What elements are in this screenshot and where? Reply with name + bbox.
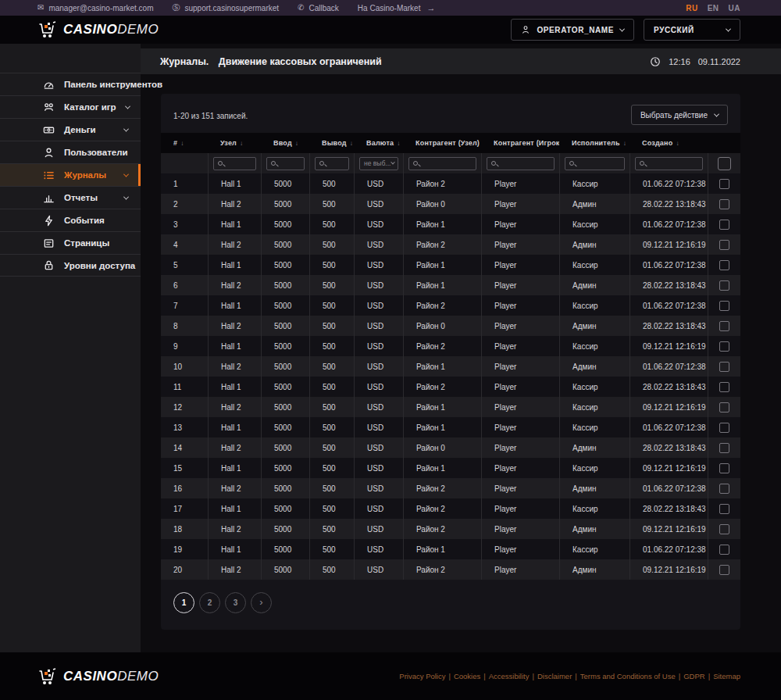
column-header[interactable]: Контрагент (Игрок)↓ [481,133,559,153]
filter-search-input[interactable] [487,158,554,170]
filter-search-input[interactable] [214,158,255,170]
column-header[interactable]: Контрагент (Узел)↓ [403,133,481,153]
next-page-button[interactable]: › [251,592,272,613]
page-button-3[interactable]: 3 [225,592,246,613]
table-cell: 09.12.21 12:16:19 [629,336,708,356]
column-header[interactable]: Создано↓ [629,133,708,153]
row-checkbox[interactable] [719,565,729,575]
sidebar-item-reports[interactable]: Отчеты [0,186,141,209]
filter-search-box [315,157,349,170]
table-cell: 500 [309,438,354,458]
currency-filter-select[interactable]: не выб... [359,157,398,170]
filter-search-input[interactable] [636,158,702,170]
table-cell: Player [481,438,559,458]
filter-search-box [487,157,555,170]
table-cell: 500 [309,498,354,519]
footer-link[interactable]: Privacy Policy [399,672,445,680]
footer-link[interactable]: Disclaimer [537,672,572,680]
row-checkbox[interactable] [719,545,729,555]
sidebar-item-events[interactable]: События [0,209,141,231]
row-checkbox[interactable] [719,443,729,453]
table-cell: Кассир [559,397,629,417]
sidebar-item-pages[interactable]: Страницы [0,231,141,254]
table-cell: USD [354,275,403,295]
table-cell: 500 [309,478,354,498]
sort-icon: ↓ [295,140,298,147]
table-cell: Player [481,234,559,255]
footer-link[interactable]: Accessibility [489,672,530,680]
row-checkbox[interactable] [719,260,729,270]
row-checkbox[interactable] [719,280,729,291]
lang-en[interactable]: EN [708,4,719,12]
table-cell: 16 [161,478,208,498]
column-header-label: Узел [220,139,237,147]
email-link[interactable]: ✉ manager@casino-market.com [37,4,153,12]
operator-name: OPERATOR_NAME [537,26,614,34]
row-checkbox[interactable] [719,220,729,230]
footer-link[interactable]: Sitemap [713,672,740,680]
select-action-button[interactable]: Выбрать действие [631,105,728,125]
column-header[interactable]: Ввод↓ [261,133,309,153]
row-checkbox[interactable] [719,524,729,534]
chevron-down-icon [619,26,625,31]
column-header[interactable]: Узел↓ [208,133,261,153]
column-header[interactable]: Вывод↓ [309,133,354,153]
footer-logo[interactable]: CASINODEMO [37,667,159,686]
table-cell: 5 [161,255,208,275]
sidebar-item-label: Пользователи [64,148,130,157]
row-checkbox[interactable] [719,179,729,189]
skype-link[interactable]: Ⓢ support.casinosupermarket [172,4,279,12]
table-row: 6Hall 25000500USDРайон 1PlayerАдмин28.02… [161,275,740,295]
row-checkbox[interactable] [719,301,729,311]
row-checkbox[interactable] [719,321,729,331]
table-cell: Player [481,173,559,194]
row-checkbox[interactable] [719,362,729,372]
table-cell: Player [481,356,559,377]
footer-link[interactable]: Cookies [454,672,480,680]
footer-link[interactable]: Terms and Conditions of Use [580,672,676,680]
sidebar-item-games-catalog[interactable]: Каталог игр [0,95,141,118]
row-checkbox[interactable] [719,463,729,473]
sidebar-item-dashboard[interactable]: Панель инструментов [0,73,141,95]
table-cell: 500 [309,194,354,214]
currency-filter-value: не выб... [364,159,390,167]
sidebar-item-money[interactable]: Деньги [0,118,141,141]
column-header[interactable]: Валюта↓ [354,133,403,153]
row-checkbox[interactable] [719,341,729,352]
interface-language-select[interactable]: РУССКИЙ [644,19,740,41]
table-cell: 28.02.22 13:18:43 [629,377,708,397]
row-checkbox-cell [708,316,740,336]
table-cell: 5000 [261,458,309,478]
sidebar-item-users[interactable]: Пользователи [0,141,141,163]
page-button-1[interactable]: 1 [173,592,194,613]
column-header[interactable]: #↓ [161,133,208,153]
table-cell: 500 [309,458,354,478]
filter-search-input[interactable] [316,158,348,170]
lang-ru[interactable]: RU [686,4,697,12]
row-checkbox[interactable] [719,240,729,250]
row-checkbox[interactable] [719,199,729,209]
column-header[interactable]: Исполнитель↓ [559,133,629,153]
filter-cell [261,153,309,173]
callback-link[interactable]: ✆ Callback [298,4,339,12]
page-button-2[interactable]: 2 [199,592,220,613]
site-link[interactable]: На Casino-Market → [358,3,436,12]
filter-search-input[interactable] [267,158,304,170]
table-cell: Hall 2 [208,478,261,498]
row-checkbox[interactable] [719,402,729,412]
operator-menu-button[interactable]: OPERATOR_NAME [511,19,634,41]
row-checkbox[interactable] [719,504,729,514]
select-all-checkbox[interactable] [718,157,731,170]
table-cell: Hall 1 [208,539,261,559]
sidebar-item-journals[interactable]: Журналы [0,163,141,186]
footer-link[interactable]: GDPR [683,672,704,680]
filter-search-input[interactable] [565,158,624,170]
table-cell: Player [481,417,559,438]
row-checkbox[interactable] [719,423,729,433]
row-checkbox[interactable] [719,484,729,494]
sidebar-item-access-levels[interactable]: Уровни доступа [0,254,141,277]
lang-ua[interactable]: UA [729,4,740,12]
row-checkbox[interactable] [719,382,729,392]
logo[interactable]: CASINODEMO [37,20,159,39]
filter-search-input[interactable] [409,158,476,170]
